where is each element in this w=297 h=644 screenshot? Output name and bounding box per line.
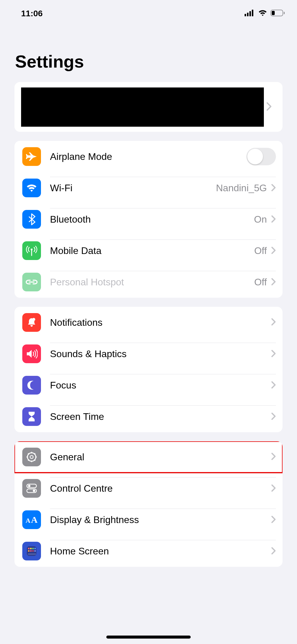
mobile-data-value: Off (254, 245, 267, 256)
svg-rect-28 (30, 548, 32, 549)
bluetooth-value: On (254, 214, 267, 225)
airplane-label: Airplane Mode (50, 151, 246, 162)
focus-label: Focus (50, 380, 271, 391)
svg-rect-35 (28, 553, 36, 555)
svg-point-9 (32, 318, 35, 321)
svg-rect-33 (32, 550, 34, 552)
wifi-settings-icon (22, 179, 41, 197)
page-title: Settings (0, 24, 297, 78)
svg-rect-5 (272, 11, 275, 15)
chevron-right-icon (271, 215, 276, 224)
gear-icon (22, 448, 41, 466)
text-size-icon: AA (22, 510, 41, 529)
wifi-label: Wi-Fi (50, 182, 216, 194)
control-centre-row[interactable]: Control Centre (14, 473, 283, 504)
control-centre-label: Control Centre (50, 483, 271, 494)
svg-rect-2 (249, 11, 251, 16)
airplane-mode-row[interactable]: Airplane Mode (14, 141, 283, 172)
svg-rect-29 (32, 548, 34, 549)
chevron-right-icon (271, 412, 276, 421)
bluetooth-row[interactable]: Bluetooth On (14, 204, 283, 235)
chevron-right-icon (271, 350, 276, 359)
airplane-icon (22, 147, 41, 166)
cellular-icon (245, 10, 255, 17)
svg-point-11 (30, 455, 33, 458)
home-indicator[interactable] (106, 636, 191, 639)
chevron-right-icon (271, 184, 276, 193)
svg-point-21 (28, 485, 30, 487)
display-row[interactable]: AA Display & Brightness (14, 504, 283, 535)
svg-text:A: A (31, 515, 38, 525)
chevron-right-icon (271, 246, 276, 255)
airplane-toggle[interactable] (246, 148, 276, 165)
speaker-icon (22, 344, 41, 363)
hotspot-row[interactable]: Personal Hotspot Off (14, 266, 283, 298)
wifi-row[interactable]: Wi-Fi Nandini_5G (14, 172, 283, 204)
wifi-icon (258, 9, 267, 18)
bluetooth-label: Bluetooth (50, 214, 254, 225)
profile-row[interactable] (14, 82, 283, 132)
mobile-data-label: Mobile Data (50, 245, 254, 256)
chevron-right-icon (271, 452, 276, 462)
notifications-group: Notifications Sounds & Haptics Focus Scr… (14, 307, 283, 432)
svg-rect-1 (247, 13, 249, 16)
status-time: 11:06 (21, 9, 43, 18)
bell-icon (22, 313, 41, 332)
svg-point-23 (33, 490, 35, 492)
general-row[interactable]: General (14, 441, 283, 473)
moon-icon (22, 376, 41, 395)
status-bar: 11:06 (0, 0, 297, 24)
homescreen-label: Home Screen (50, 546, 271, 557)
switches-icon (22, 479, 41, 498)
hotspot-label: Personal Hotspot (50, 277, 254, 288)
wifi-value: Nandini_5G (216, 182, 267, 194)
profile-group (14, 82, 283, 132)
svg-rect-31 (28, 550, 30, 552)
sounds-row[interactable]: Sounds & Haptics (14, 338, 283, 370)
connectivity-group: Airplane Mode Wi-Fi Nandini_5G Bluetooth… (14, 141, 283, 298)
mobile-data-row[interactable]: Mobile Data Off (14, 235, 283, 266)
bluetooth-icon (22, 210, 41, 229)
general-group: General Control Centre AA Display & Brig… (14, 441, 283, 567)
hourglass-icon (22, 407, 41, 426)
notifications-label: Notifications (50, 317, 271, 328)
hotspot-value: Off (254, 277, 267, 288)
antenna-icon (22, 241, 41, 260)
profile-redacted (21, 87, 264, 127)
chevron-right-icon (266, 102, 272, 112)
chevron-right-icon (271, 381, 276, 390)
svg-rect-32 (30, 550, 32, 552)
chevron-right-icon (271, 318, 276, 327)
svg-rect-6 (284, 12, 285, 14)
screentime-label: Screen Time (50, 411, 271, 422)
general-label: General (50, 452, 271, 463)
chevron-right-icon (271, 278, 276, 287)
chevron-right-icon (271, 484, 276, 493)
display-label: Display & Brightness (50, 514, 271, 525)
focus-row[interactable]: Focus (14, 370, 283, 401)
svg-text:A: A (26, 517, 30, 524)
svg-rect-30 (34, 548, 36, 549)
sounds-label: Sounds & Haptics (50, 348, 271, 360)
svg-rect-3 (252, 10, 253, 16)
svg-rect-0 (245, 14, 246, 16)
notifications-row[interactable]: Notifications (14, 307, 283, 338)
link-icon (22, 273, 41, 291)
chevron-right-icon (271, 516, 276, 525)
homescreen-row[interactable]: Home Screen (14, 535, 283, 567)
status-icons (245, 9, 285, 18)
screentime-row[interactable]: Screen Time (14, 401, 283, 432)
svg-rect-34 (34, 550, 36, 552)
apps-grid-icon (22, 542, 41, 560)
svg-rect-27 (28, 548, 30, 549)
chevron-right-icon (271, 547, 276, 556)
battery-icon (270, 9, 285, 18)
